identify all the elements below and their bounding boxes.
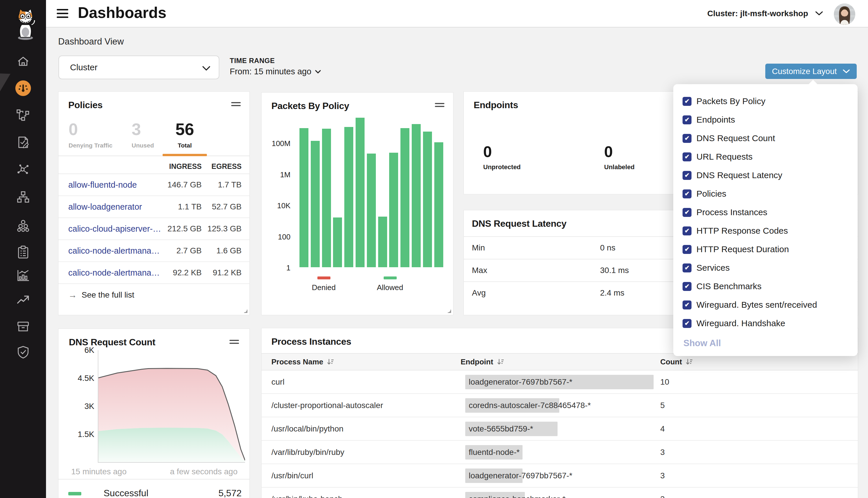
widget-toggle-http-request-duration[interactable]: ✔HTTP Request Duration	[683, 244, 789, 254]
user-avatar[interactable]	[834, 3, 855, 25]
sort-icon	[497, 358, 504, 366]
endpoint-cell: vote-5655bd759-*	[469, 424, 533, 433]
time-range-label: TIME RANGE	[230, 57, 321, 65]
policy-name-link[interactable]: allow-fluentd-node	[68, 180, 137, 190]
checkbox-checked-icon[interactable]: ✔	[683, 319, 691, 328]
sidebar-item-trends[interactable]	[0, 292, 46, 308]
ingress-column-header: INGRESS	[169, 162, 202, 171]
checkbox-label: Policies	[697, 189, 726, 199]
policies-stat-denying-traffic[interactable]: 0Denying Traffic	[68, 121, 113, 149]
policies-stat-total[interactable]: 56Total	[163, 121, 207, 149]
process-row: /usr/bin/kube-benchcompliance-benchmarke…	[261, 488, 858, 498]
sidebar-item-service-graph[interactable]	[0, 162, 46, 178]
policy-egress-value: 91.2 KB	[213, 268, 242, 277]
endpoints-card-title: Endpoints	[474, 100, 518, 110]
count-cell: 3	[660, 448, 665, 457]
sidebar-item-flow-visualizations[interactable]	[0, 107, 46, 123]
drag-handle-icon[interactable]	[230, 340, 239, 344]
checkbox-label: HTTP Request Duration	[697, 244, 789, 254]
show-all-link[interactable]: Show All	[683, 338, 721, 349]
count-cell: 4	[660, 424, 665, 433]
sidebar-item-dashboards[interactable]	[0, 80, 46, 96]
bar-allowed	[389, 153, 398, 267]
time-range-value[interactable]: From: 15 minutes ago	[230, 67, 321, 76]
checkbox-checked-icon[interactable]: ✔	[683, 245, 691, 254]
widget-toggle-dns-request-latency[interactable]: ✔DNS Request Latency	[683, 170, 782, 180]
policy-name-link[interactable]: calico-node-alertmana…	[68, 268, 160, 278]
resize-handle-icon[interactable]	[446, 308, 451, 313]
process-name-column-header[interactable]: Process Name	[271, 357, 334, 366]
sidebar	[0, 0, 46, 498]
stat-value: 0	[68, 121, 113, 137]
x-axis-label-start: 15 minutes ago	[71, 467, 127, 476]
checkbox-checked-icon[interactable]: ✔	[683, 301, 691, 310]
widget-toggle-dns-request-count[interactable]: ✔DNS Request Count	[683, 133, 775, 143]
checkbox-label: DNS Request Latency	[697, 170, 782, 180]
successful-legend-swatch	[68, 492, 81, 495]
widget-toggle-wireguard-bytes-sent-received[interactable]: ✔Wireguard. Bytes sent/received	[683, 300, 817, 310]
widget-toggle-process-instances[interactable]: ✔Process Instances	[683, 207, 767, 217]
packets-card-title: Packets By Policy	[271, 101, 349, 112]
see-full-list-link[interactable]: → See the full list	[68, 290, 134, 300]
sidebar-item-compliance[interactable]	[0, 244, 46, 260]
policy-name-link[interactable]: calico-cloud-apiserver-…	[68, 224, 161, 234]
sidebar-item-policies[interactable]	[0, 134, 46, 151]
sidebar-item-network-tiers[interactable]	[0, 189, 46, 205]
checkbox-checked-icon[interactable]: ✔	[683, 282, 691, 291]
checkbox-checked-icon[interactable]: ✔	[683, 115, 691, 124]
policies-stat-unused[interactable]: 3Unused	[132, 121, 154, 149]
endpoint-cell: fluentd-node-*	[469, 448, 520, 457]
endpoint-cell: loadgenerator-7697bb7567-*	[469, 377, 572, 386]
dashboard-view-select[interactable]: Cluster	[59, 55, 219, 79]
widget-toggle-packets-by-policy[interactable]: ✔Packets By Policy	[683, 96, 765, 106]
endpoint-column-header[interactable]: Endpoint	[461, 357, 504, 366]
checkbox-checked-icon[interactable]: ✔	[683, 189, 691, 198]
latency-metric-value: 0 ns	[600, 243, 616, 252]
widget-toggle-policies[interactable]: ✔Policies	[683, 189, 726, 199]
checkbox-label: Packets By Policy	[697, 96, 765, 106]
sidebar-item-home[interactable]	[0, 53, 46, 70]
sidebar-item-images[interactable]	[0, 318, 46, 335]
dns-latency-card-title: DNS Request Latency	[472, 218, 567, 229]
policy-row: calico-node-alertmana…2.7 GB1.6 GB	[59, 240, 249, 262]
sidebar-item-clusters[interactable]	[0, 218, 46, 234]
checkbox-checked-icon[interactable]: ✔	[683, 263, 691, 272]
checkbox-checked-icon[interactable]: ✔	[683, 134, 691, 143]
checkbox-checked-icon[interactable]: ✔	[683, 171, 691, 180]
bar-allowed	[367, 154, 376, 267]
unprotected-label: Unprotected	[483, 163, 521, 171]
sidebar-item-activity[interactable]	[0, 267, 46, 284]
process-name-cell: /usr/bin/kube-bench	[271, 495, 342, 498]
checkbox-checked-icon[interactable]: ✔	[683, 97, 691, 106]
checkbox-checked-icon[interactable]: ✔	[683, 153, 691, 161]
policy-name-link[interactable]: calico-node-alertmana…	[68, 246, 160, 255]
calico-cat-logo[interactable]	[14, 8, 37, 40]
resize-handle-icon[interactable]	[243, 308, 247, 313]
widget-toggle-http-response-codes[interactable]: ✔HTTP Response Codes	[683, 226, 788, 236]
cluster-switcher[interactable]: Cluster: jlt-msft-workshop	[708, 0, 823, 27]
checkbox-checked-icon[interactable]: ✔	[683, 226, 691, 235]
widget-toggle-url-requests[interactable]: ✔URL Requests	[683, 152, 753, 162]
policy-name-link[interactable]: allow-loadgenerator	[68, 202, 142, 212]
clipboard-icon	[16, 246, 30, 259]
count-column-header[interactable]: Count	[660, 357, 693, 366]
menu-hamburger-icon[interactable]	[57, 9, 68, 18]
checkbox-checked-icon[interactable]: ✔	[683, 208, 691, 217]
drag-handle-icon[interactable]	[231, 102, 241, 107]
widget-toggle-services[interactable]: ✔Services	[683, 263, 730, 273]
unlabeled-value: 0	[604, 144, 635, 159]
drag-handle-icon[interactable]	[435, 103, 444, 108]
successful-legend-label: Successful	[104, 488, 148, 498]
active-tab-underline	[163, 154, 207, 156]
widget-toggle-endpoints[interactable]: ✔Endpoints	[683, 115, 735, 124]
customize-layout-button[interactable]: Customize Layout	[765, 64, 857, 79]
checkbox-label: Process Instances	[697, 207, 767, 217]
widget-toggle-cis-benchmarks[interactable]: ✔CIS Benchmarks	[683, 281, 762, 291]
policies-card-title: Policies	[68, 100, 103, 110]
policy-ingress-value: 146.7 GB	[168, 180, 202, 189]
widget-toggle-wireguard-handshake[interactable]: ✔Wireguard. Handshake	[683, 318, 785, 328]
policy-egress-value: 1.7 TB	[218, 180, 242, 189]
checkbox-label: Wireguard. Handshake	[697, 318, 785, 328]
sidebar-item-threat-defense[interactable]	[0, 344, 46, 361]
clusters-icon	[16, 219, 30, 233]
